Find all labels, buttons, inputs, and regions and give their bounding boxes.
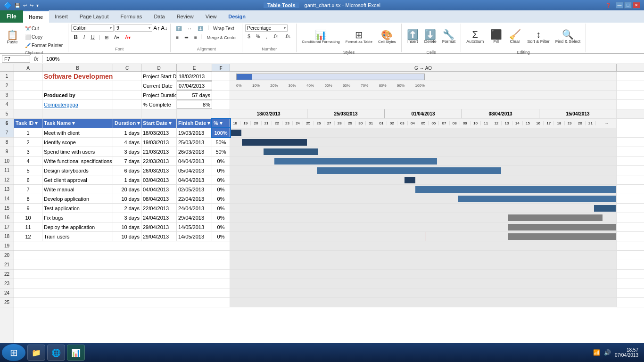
italic-button[interactable]: I xyxy=(81,33,87,42)
cell-D13[interactable]: 04/04/2013 xyxy=(141,185,177,194)
increase-decimal-btn[interactable]: .0↑ xyxy=(271,33,281,41)
cell-C4[interactable] xyxy=(113,100,141,109)
merge-center-btn[interactable]: Merge & Center xyxy=(205,33,239,41)
delete-button[interactable]: ⬇️ Delete xyxy=(422,25,439,49)
cell-C11[interactable]: 6 days xyxy=(113,166,141,175)
cell-F8[interactable]: 50% xyxy=(212,138,230,147)
borders-button[interactable]: ⊞ xyxy=(102,33,111,41)
cell-B10[interactable]: Write functional specifications xyxy=(42,156,113,165)
comma-btn[interactable]: , xyxy=(264,33,270,41)
cell-D1[interactable]: Project Start Date xyxy=(141,72,177,81)
cell-F13[interactable]: 0% xyxy=(212,185,230,194)
cell-B7[interactable]: Meet with client xyxy=(42,128,113,137)
underline-button[interactable]: U xyxy=(88,33,97,42)
cell-F3[interactable] xyxy=(212,90,230,99)
insert-button[interactable]: ⬆️ Insert xyxy=(405,25,421,49)
cell-A13[interactable]: 7 xyxy=(14,185,42,194)
pct-btn[interactable]: % xyxy=(254,33,263,41)
bold-button[interactable]: B xyxy=(71,33,80,42)
col-header-A[interactable]: A xyxy=(14,64,42,72)
cell-B3[interactable]: Produced by xyxy=(42,90,113,99)
cell-styles-btn[interactable]: 🎨 Cell Styles xyxy=(376,25,398,49)
cell-B8[interactable]: Identify scope xyxy=(42,138,113,147)
cell-B15[interactable]: Test application xyxy=(42,204,113,213)
number-format-dropdown[interactable]: Percentage ▾ xyxy=(245,25,288,32)
copy-button[interactable]: ⬜ Copy xyxy=(23,33,65,41)
file-tab[interactable]: File xyxy=(0,10,23,23)
cell-D4[interactable]: % Complete xyxy=(141,100,177,109)
cell-C18[interactable]: 10 days xyxy=(113,232,141,241)
cell-C9[interactable]: 3 days xyxy=(113,147,141,156)
tab-home[interactable]: Home xyxy=(23,10,50,23)
taskbar-explorer[interactable]: 📁 xyxy=(27,345,45,361)
cell-C3[interactable] xyxy=(113,90,141,99)
cell-F14[interactable]: 0% xyxy=(212,194,230,203)
paste-button[interactable]: 📋 Paste xyxy=(3,25,22,49)
minimize-btn[interactable]: — xyxy=(616,2,623,8)
cell-A14[interactable]: 8 xyxy=(14,194,42,203)
cell-A15[interactable]: 9 xyxy=(14,204,42,213)
cell-E6[interactable]: Finish Date ▾ xyxy=(177,119,212,128)
cell-A8[interactable]: 2 xyxy=(14,138,42,147)
cell-F4[interactable] xyxy=(212,100,230,109)
cell-E11[interactable]: 05/04/2013 xyxy=(177,166,212,175)
autosum-button[interactable]: Σ AutoSum xyxy=(464,25,486,49)
tab-page-layout[interactable]: Page Layout xyxy=(74,10,115,23)
cell-C14[interactable]: 10 days xyxy=(113,194,141,203)
cell-D10[interactable]: 22/03/2013 xyxy=(141,156,177,165)
cell-C16[interactable]: 3 days xyxy=(113,213,141,222)
cell-B14[interactable]: Develop application xyxy=(42,194,113,203)
cell-C17[interactable]: 10 days xyxy=(113,222,141,231)
font-size-dropdown[interactable]: 9 ▾ xyxy=(115,25,152,32)
start-button[interactable]: ⊞ xyxy=(2,344,25,361)
cell-F17[interactable]: 0% xyxy=(212,222,230,231)
undo-quick-btn[interactable]: ↩ xyxy=(22,3,28,8)
tab-data[interactable]: Data xyxy=(148,10,171,23)
col-header-B[interactable]: B xyxy=(42,64,113,72)
cell-A4[interactable] xyxy=(14,100,42,109)
cell-E3[interactable]: 57 days xyxy=(177,90,212,99)
cell-B13[interactable]: Write manual xyxy=(42,185,113,194)
cell-19-main[interactable] xyxy=(14,241,230,250)
cell-A16[interactable]: 10 xyxy=(14,213,42,222)
cell-F1[interactable] xyxy=(212,72,230,81)
cell-B12[interactable]: Get client approval xyxy=(42,175,113,184)
cell-C6[interactable]: Duration ▾ xyxy=(113,119,141,128)
font-color-button[interactable]: A▾ xyxy=(123,33,133,41)
cell-E10[interactable]: 04/04/2013 xyxy=(177,156,212,165)
cell-B6[interactable]: Task Name ▾ xyxy=(42,119,113,128)
cell-A12[interactable]: 6 xyxy=(14,175,42,184)
cell-25-main[interactable] xyxy=(14,298,230,307)
cell-D8[interactable]: 19/03/2013 xyxy=(141,138,177,147)
cut-button[interactable]: ✂️ Cut xyxy=(23,25,65,33)
cell-C10[interactable]: 7 days xyxy=(113,156,141,165)
cell-D17[interactable]: 29/04/2013 xyxy=(141,222,177,231)
cell-F5[interactable] xyxy=(212,109,230,118)
tab-design[interactable]: Design xyxy=(223,10,252,23)
cell-B17[interactable]: Deploy the application xyxy=(42,222,113,231)
redo-quick-btn[interactable]: ↪ xyxy=(29,3,34,8)
cell-D9[interactable]: 21/03/2013 xyxy=(141,147,177,156)
cell-D16[interactable]: 24/04/2013 xyxy=(141,213,177,222)
cell-E1[interactable]: 18/03/2013 xyxy=(177,72,212,81)
cell-F16[interactable]: 0% xyxy=(212,213,230,222)
align-center-btn[interactable]: ☰ xyxy=(182,33,191,41)
format-button[interactable]: 🔧 Format xyxy=(440,25,458,49)
cell-A1[interactable] xyxy=(14,72,42,81)
font-name-dropdown[interactable]: Calibri ▾ xyxy=(71,25,114,32)
cell-B2[interactable] xyxy=(42,81,113,90)
cell-E9[interactable]: 26/03/2013 xyxy=(177,147,212,156)
taskbar-chrome[interactable]: 🌐 xyxy=(47,345,65,361)
cell-E8[interactable]: 25/03/2013 xyxy=(177,138,212,147)
cell-D2[interactable]: Current Date xyxy=(141,81,177,90)
cell-F18[interactable]: 0% xyxy=(212,232,230,241)
col-header-E[interactable]: E xyxy=(177,64,212,72)
accounting-btn[interactable]: $ xyxy=(245,33,253,41)
cell-A11[interactable]: 5 xyxy=(14,166,42,175)
cell-C15[interactable]: 2 days xyxy=(113,204,141,213)
cell-A3[interactable] xyxy=(14,90,42,99)
close-btn[interactable]: ✕ xyxy=(633,2,640,8)
cell-B18[interactable]: Train users xyxy=(42,232,113,241)
cell-C13[interactable]: 20 days xyxy=(113,185,141,194)
cell-C7[interactable]: 1 days xyxy=(113,128,141,137)
